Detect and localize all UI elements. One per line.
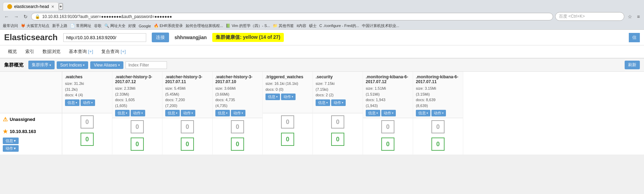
shard-box-node-4: 0 [281, 133, 294, 146]
shard-node-5: 0 [313, 131, 363, 148]
action-arrow-icon-7: ▾ [442, 112, 444, 115]
address-bar[interactable]: 🔒 10.10.83.163:9100/?auth_user=●●●●●●●●&… [31, 13, 553, 20]
action-btn-0[interactable]: 动作 ▾ [81, 99, 95, 106]
back-button[interactable]: ← [3, 13, 10, 20]
search-placeholder: 百度 <Ctrl+K> [559, 14, 585, 19]
info-btn-0[interactable]: 信息 ▾ [65, 99, 80, 106]
action-btn-3[interactable]: 动作 ▾ [231, 110, 245, 116]
new-tab-button[interactable]: + [59, 3, 63, 10]
bookmark-3[interactable]: 新手上路 [52, 23, 67, 28]
bookmark-4[interactable]: 📄 常用网址 [70, 23, 91, 28]
info-arrow-icon-2: ▾ [176, 112, 177, 115]
bookmark-6[interactable]: 🔍 网址大全 [104, 23, 125, 28]
action-arrow-icon-1: ▾ [141, 112, 143, 115]
node-info-button[interactable]: 信息 ▾ [3, 138, 19, 144]
shard-node-6: 0 [363, 135, 413, 153]
action-btn-1[interactable]: 动作 ▾ [131, 110, 145, 116]
node-label: 10.10.83.163 [10, 129, 36, 134]
refresh-button[interactable]: 刷新 [625, 61, 640, 69]
tab-close-icon[interactable]: ✕ [51, 5, 54, 9]
forward-button[interactable]: → [12, 13, 20, 20]
bookmark-14[interactable]: 硕士 [309, 23, 317, 28]
tab-overview[interactable]: 概览 [4, 47, 21, 56]
action-btn-7[interactable]: 动作 ▾ [431, 110, 446, 116]
action-arrow-icon-4: ▾ [292, 95, 293, 98]
view-aliases-btn[interactable]: View Aliases ▾ [90, 61, 123, 69]
info-arrow-icon-7: ▾ [427, 112, 428, 115]
info-btn-5[interactable]: 信息 ▾ [316, 99, 330, 106]
action-btn-2[interactable]: 动作 ▾ [181, 110, 195, 116]
connect-button[interactable]: 连接 [152, 33, 169, 42]
node-info-label: 信息 [6, 138, 13, 143]
bookmark-5[interactable]: 谷歌 [94, 23, 102, 28]
node-action-button[interactable]: 动作 ▾ [3, 145, 19, 152]
sort-indices-btn[interactable]: Sort Indices ▾ [57, 61, 88, 69]
bookmark-7[interactable]: 好搜 [128, 23, 136, 28]
url-input[interactable] [63, 33, 146, 42]
address-text: 10.10.83.163:9100/?auth_user=●●●●●●●●&au… [42, 14, 549, 19]
info-btn-6[interactable]: 信息 ▾ [366, 110, 380, 116]
shard-unassigned-7: 0 [413, 118, 463, 135]
shard-node-7: 0 [413, 135, 463, 153]
index-col-3: .watcher-history-3-2017.07.10size: 3.66M… [213, 72, 263, 155]
action-btn-4[interactable]: 动作 ▾ [281, 94, 296, 100]
shard-unassigned-6: 0 [363, 118, 413, 135]
index-name-1: .watcher-history-3-2017.07.12 [115, 74, 159, 84]
security-icon: 🔒 [35, 14, 40, 19]
info-btn-7[interactable]: 信息 ▾ [416, 110, 430, 116]
tab-index[interactable]: 索引 [21, 47, 38, 56]
tab-basic-query[interactable]: 基本查询 [+] [65, 47, 97, 56]
sort-indices-label: Sort Indices [60, 63, 82, 68]
unassigned-row-label: ⚠ Unassigned [0, 113, 62, 125]
bookmark-9[interactable]: 🔥 EHR系统登录 [154, 23, 183, 28]
shard-box-unassigned-1: 0 [131, 120, 144, 133]
info-btn-2[interactable]: 信息 ▾ [165, 110, 180, 116]
bookmark-10[interactable]: 如何合理地估算线程... [186, 23, 223, 28]
shard-box-node-7: 0 [431, 138, 445, 151]
action-btn-6[interactable]: 动作 ▾ [381, 110, 396, 116]
bookmark-2[interactable]: 🦊 火狐官方站点 [21, 23, 49, 28]
tab-title: elasticsearch-head [14, 4, 49, 9]
node-title: ★ 10.10.83.163 [3, 128, 59, 135]
shard-box-node-0: 0 [81, 133, 94, 146]
info-btn-3[interactable]: 信息 ▾ [215, 110, 230, 116]
tab-complex-query[interactable]: 复合查询 [+] [97, 47, 129, 56]
sort-btn[interactable]: 集群排序 ▾ [28, 61, 55, 69]
menu-button[interactable]: ≡ [636, 13, 641, 20]
bookmark-15[interactable]: C ./configure - Fred的... [319, 23, 359, 28]
index-name-7: .monitoring-kibana-6-2017.07.11 [416, 74, 460, 84]
bookmark-13[interactable]: it内容 [297, 23, 306, 28]
bookmarks-bar: 最常访问 🦊 火狐官方站点 新手上路 📄 常用网址 谷歌 🔍 网址大全 好搜 G… [0, 22, 644, 30]
index-name-5: .security [316, 74, 360, 79]
shard-node-4: 0 [263, 131, 313, 148]
row-header-top [0, 72, 62, 113]
node-info-arrow-icon: ▾ [14, 139, 16, 143]
node-action-label: 动作 [6, 146, 13, 151]
info-btn-1[interactable]: 信息 ▾ [115, 110, 130, 116]
bookmark-8[interactable]: Google [139, 24, 151, 28]
index-grid: ⚠ Unassigned ★ 10.10.83.163 信息 ▾ 动作 [0, 72, 463, 155]
bookmarks-star-icon[interactable]: ☆ [626, 13, 634, 20]
index-col-5: .securitysize: 7.15ki(7.15ki)docs: 2 (2)… [313, 72, 363, 155]
action-btn-5[interactable]: 动作 ▾ [331, 99, 346, 106]
reload-button[interactable]: ↻ [22, 13, 29, 20]
index-name-2: .watcher-history-3-2017.07.11 [165, 74, 209, 84]
info-arrow-icon-5: ▾ [326, 101, 328, 104]
index-col-7: .monitoring-kibana-6-2017.07.11size: 3.1… [413, 72, 463, 155]
bookmark-1[interactable]: 最常访问 [3, 23, 18, 28]
index-filter-input[interactable] [125, 61, 167, 69]
info-btn-4[interactable]: 信息 ▾ [265, 94, 280, 100]
node-row-label: ★ 10.10.83.163 信息 ▾ 动作 ▾ [0, 125, 62, 155]
unassigned-title: ⚠ Unassigned [3, 116, 59, 123]
tab-data-browse[interactable]: 数据浏览 [39, 47, 64, 56]
xin-button[interactable]: 信 [629, 33, 640, 42]
browser-tab[interactable]: elasticsearch-head ✕ [3, 2, 59, 11]
search-bar[interactable]: 百度 <Ctrl+K> [555, 12, 624, 21]
bookmark-16[interactable]: 中国计算机技术职业... [362, 23, 399, 28]
bookmark-12[interactable]: 📁 其他书签 [273, 23, 294, 28]
bookmark-11[interactable]: 📗 Vim 的哲学（四）- S... [226, 23, 270, 28]
star-icon: ★ [3, 128, 8, 135]
index-meta-7: size: 3.15Mi(3.15Mi)docs: 8,639(8,639) [416, 86, 460, 108]
shard-box-unassigned-6: 0 [381, 120, 394, 133]
node-action-arrow-icon: ▾ [14, 146, 16, 151]
